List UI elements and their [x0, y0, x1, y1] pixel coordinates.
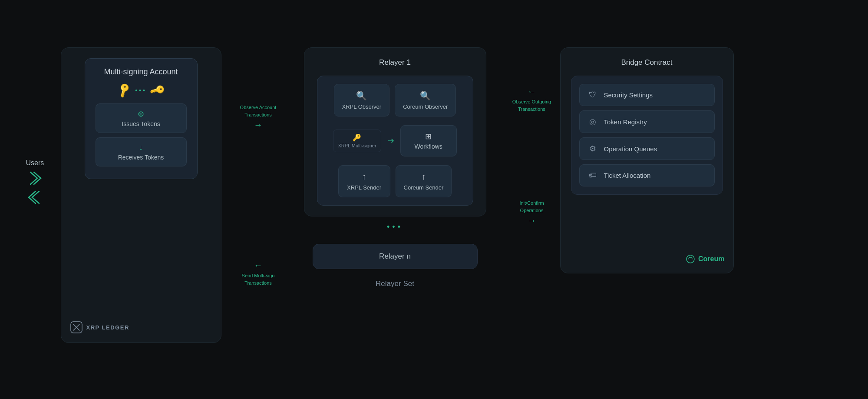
bridge-panel: Bridge Contract 🛡 Security Settings ◎ To…: [560, 47, 734, 273]
multisigner-label: XRPL Multi-signer: [338, 143, 376, 148]
multisigner-icon: 🔑: [338, 133, 376, 142]
coreum-logo: Coreum: [685, 254, 724, 264]
xrpl-sender-label: XRPL Sender: [347, 184, 382, 191]
right-connector: ← Observe OutgoingTransactions Init/Conf…: [504, 47, 560, 265]
users-label: Users: [26, 159, 44, 167]
workflows-box: ⊞ Workflows: [400, 125, 457, 156]
observers-row: 🔍 XRPL Observer 🔍 Coreum Observer: [325, 84, 465, 116]
users-arrow: [27, 170, 43, 207]
right-panel: Bridge Contract 🛡 Security Settings ◎ To…: [560, 47, 734, 273]
relayer1-inner: 🔍 XRPL Observer 🔍 Coreum Observer 🔑 XRPL…: [317, 76, 473, 206]
three-dots: •••: [387, 223, 403, 232]
xrpl-panel: Multi-signing Account 🔑 ••• 🔑 ⊕ Issues T…: [61, 47, 221, 343]
bridge-item-operation-queues[interactable]: ⚙ Operation Queues: [579, 137, 715, 160]
left-connector: Observe AccountTransactions → ← Send Mul…: [230, 47, 287, 343]
issues-token-icon: ⊕: [103, 109, 179, 119]
workflow-section: 🔑 XRPL Multi-signer ⊞ Workflows: [325, 125, 465, 156]
ticket-allocation-icon: 🏷: [587, 171, 598, 180]
relayer-set-label: Relayer Set: [376, 279, 414, 288]
receives-token-icon: ↓: [103, 143, 179, 152]
observe-outgoing-label: Observe OutgoingTransactions: [512, 98, 551, 113]
relayer1-panel: Relayer 1 🔍 XRPL Observer 🔍 Coreum Obser…: [304, 47, 486, 216]
ticket-allocation-label: Ticket Allocation: [604, 172, 651, 179]
xrpl-observer-box: 🔍 XRPL Observer: [334, 84, 390, 116]
xrp-ledger-text: XRP LEDGER: [86, 324, 129, 331]
senders-row: ↑ XRPL Sender ↑ Coreum Sender: [325, 165, 465, 197]
bridge-item-token-registry[interactable]: ◎ Token Registry: [579, 110, 715, 133]
xrpl-observer-label: XRPL Observer: [342, 103, 382, 110]
issues-tokens-box: ⊕ Issues Tokens: [96, 103, 187, 133]
coreum-observer-icon: 🔍: [403, 90, 448, 101]
dots-separator: •••: [135, 87, 147, 94]
key-left-icon: 🔑: [116, 82, 133, 99]
multisign-title: Multi-signing Account: [96, 67, 187, 76]
send-multisign-connector: ← Send Multi-signTransactions: [242, 260, 275, 286]
key-right-icon: 🔑: [149, 82, 166, 99]
coreum-observer-box: 🔍 Coreum Observer: [395, 84, 456, 116]
relayer-n-box: Relayer n: [313, 244, 478, 269]
svg-point-1: [686, 255, 694, 263]
left-arrow-1: ←: [242, 260, 275, 270]
send-multisign-label: Send Multi-signTransactions: [242, 272, 275, 286]
xrpl-sender-icon: ↑: [347, 172, 382, 182]
right-arrow-1: →: [240, 120, 277, 130]
multisign-card: Multi-signing Account 🔑 ••• 🔑 ⊕ Issues T…: [85, 58, 198, 179]
coreum-sender-box: ↑ Coreum Sender: [396, 165, 452, 197]
receives-tokens-label: Receives Tokens: [103, 154, 179, 161]
workflow-arrow-icon: [386, 136, 395, 145]
coreum-observer-label: Coreum Observer: [403, 103, 448, 110]
relayer1-title: Relayer 1: [379, 58, 411, 67]
coreum-sender-label: Coreum Sender: [404, 184, 444, 191]
token-registry-label: Token Registry: [604, 118, 647, 126]
bridge-item-ticket-allocation[interactable]: 🏷 Ticket Allocation: [579, 164, 715, 186]
users-section: Users: [26, 159, 44, 207]
keys-row: 🔑 ••• 🔑: [96, 84, 187, 96]
coreum-sender-icon: ↑: [404, 172, 444, 182]
receives-tokens-box: ↓ Receives Tokens: [96, 137, 187, 166]
xrpl-observer-icon: 🔍: [342, 90, 382, 101]
coreum-text: Coreum: [698, 255, 724, 263]
left-panel: Users Multi-signing Account 🔑 •••: [22, 34, 230, 365]
issues-tokens-label: Issues Tokens: [103, 120, 179, 127]
diagram-wrapper: Users Multi-signing Account 🔑 •••: [22, 34, 847, 365]
operation-queues-icon: ⚙: [587, 144, 598, 153]
init-confirm-label: Init/ConfirmOperations: [519, 200, 544, 214]
right-arrow-2: →: [519, 216, 544, 226]
bridge-inner-card: 🛡 Security Settings ◎ Token Registry ⚙ O…: [571, 76, 723, 195]
token-registry-icon: ◎: [587, 117, 598, 126]
observe-outgoing-connector: ← Observe OutgoingTransactions: [512, 86, 551, 113]
left-arrow-2: ←: [512, 86, 551, 96]
workflow-icon: ⊞: [411, 132, 446, 141]
bridge-item-security[interactable]: 🛡 Security Settings: [579, 84, 715, 106]
xrp-ledger-logo: XRP LEDGER: [70, 321, 129, 334]
xrpl-sender-box: ↑ XRPL Sender: [338, 165, 390, 197]
workflow-label: Workflows: [411, 143, 446, 150]
security-icon: 🛡: [587, 90, 598, 100]
xrpl-multisigner-box: 🔑 XRPL Multi-signer: [333, 130, 381, 152]
coreum-logo-icon: [685, 254, 696, 264]
operation-queues-label: Operation Queues: [604, 145, 657, 153]
init-confirm-connector: Init/ConfirmOperations →: [519, 200, 544, 226]
observe-account-label: Observe AccountTransactions: [240, 104, 277, 118]
observe-account-connector: Observe AccountTransactions →: [240, 104, 277, 130]
relayer-n-label: Relayer n: [379, 252, 411, 260]
bridge-title: Bridge Contract: [571, 58, 723, 67]
xrp-logo-icon: [70, 321, 83, 334]
security-label: Security Settings: [604, 91, 653, 99]
center-section: Relayer 1 🔍 XRPL Observer 🔍 Coreum Obser…: [287, 47, 504, 288]
